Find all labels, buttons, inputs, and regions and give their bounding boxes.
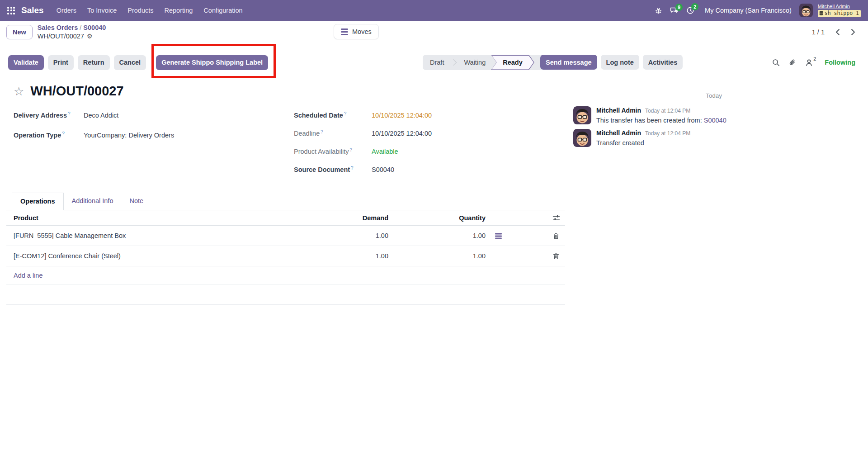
message-timestamp: Today at 12:04 PM xyxy=(645,130,690,137)
message-author[interactable]: Mitchell Admin xyxy=(596,107,641,114)
product-cell[interactable]: [E-COM12] Conference Chair (Steel) xyxy=(14,252,302,260)
quantity-cell[interactable]: 1.00 xyxy=(388,252,486,260)
top-navbar: Sales Orders To Invoice Products Reporti… xyxy=(0,0,868,21)
help-marker: ? xyxy=(344,111,347,116)
favorite-star-icon[interactable]: ☆ xyxy=(14,85,24,97)
help-marker: ? xyxy=(351,166,354,171)
delivery-address-value[interactable]: Deco Addict xyxy=(84,110,118,121)
print-button[interactable]: Print xyxy=(48,55,74,70)
followers-count: 2 xyxy=(813,56,816,62)
status-waiting[interactable]: Waiting xyxy=(457,55,493,70)
action-buttons-row: Validate Print Return Cancel Generate Sh… xyxy=(0,52,868,72)
status-ready-active[interactable]: Ready xyxy=(491,55,534,70)
demand-cell[interactable]: 1.00 xyxy=(302,252,388,260)
pager-previous-icon[interactable] xyxy=(835,28,840,36)
add-a-line-link[interactable]: Add a line xyxy=(14,272,43,279)
empty-table-row xyxy=(6,284,565,305)
message-timestamp: Today at 12:04 PM xyxy=(645,108,690,114)
chatter-panel: Today Mitchell Admin xyxy=(565,72,868,325)
breadcrumb-sales-orders[interactable]: Sales Orders xyxy=(38,24,78,31)
record-title: WH/OUT/00027 xyxy=(30,84,123,99)
gear-icon[interactable]: ⚙ xyxy=(87,33,93,40)
database-badge: sh_shippo_1 xyxy=(818,10,861,17)
message-avatar[interactable] xyxy=(573,106,591,124)
table-row[interactable]: [E-COM12] Conference Chair (Steel) 1.00 … xyxy=(6,246,565,266)
new-button[interactable]: New xyxy=(6,25,33,39)
scheduled-date-label: Scheduled Date? xyxy=(294,110,372,121)
delivery-address-label: Delivery Address? xyxy=(14,110,84,121)
user-name[interactable]: Mitchell Admin xyxy=(818,3,861,9)
tab-note[interactable]: Note xyxy=(121,193,151,210)
help-marker: ? xyxy=(349,147,352,152)
log-note-button[interactable]: Log note xyxy=(601,55,639,70)
date-divider: Today xyxy=(573,92,854,99)
table-header-row: Product Demand Quantity xyxy=(6,210,565,226)
source-document-value[interactable]: S00040 xyxy=(372,165,394,175)
deadline-label: Deadline? xyxy=(294,128,372,139)
message-body: This transfer has been created from: S00… xyxy=(596,116,726,125)
menu-configuration[interactable]: Configuration xyxy=(203,5,243,16)
validate-button[interactable]: Validate xyxy=(8,55,44,70)
pager-count: 1 / 1 xyxy=(812,28,825,36)
moves-list-icon xyxy=(341,28,348,35)
column-quantity[interactable]: Quantity xyxy=(388,214,486,222)
generate-shippo-shipping-label-button[interactable]: Generate Shippo Shipping Label xyxy=(156,55,268,70)
app-name[interactable]: Sales xyxy=(21,5,44,15)
source-document-label: Source Document? xyxy=(294,165,372,175)
optional-columns-icon[interactable] xyxy=(552,213,561,222)
return-button[interactable]: Return xyxy=(78,55,110,70)
breadcrumb-current-record: WH/OUT/00027 xyxy=(38,33,84,40)
cancel-button[interactable]: Cancel xyxy=(114,55,146,70)
quantity-cell[interactable]: 1.00 xyxy=(388,232,486,239)
attachment-paperclip-icon[interactable] xyxy=(789,59,796,66)
control-panel: New Sales Orders/S00040 WH/OUT/00027 ⚙ M… xyxy=(0,21,868,43)
operations-table: Product Demand Quantity [FURN_55 xyxy=(6,210,565,325)
activities-button[interactable]: Activities xyxy=(643,55,683,70)
debug-bug-icon[interactable] xyxy=(655,7,662,14)
search-message-icon[interactable] xyxy=(772,59,780,66)
messages-icon[interactable]: 9 xyxy=(670,7,679,14)
activities-clock-icon[interactable]: 2 xyxy=(686,6,694,14)
message-author[interactable]: Mitchell Admin xyxy=(596,129,641,137)
apps-menu-icon[interactable] xyxy=(7,7,15,14)
demand-cell[interactable]: 1.00 xyxy=(302,232,388,239)
delete-row-trash-icon[interactable] xyxy=(552,252,560,261)
product-availability-label: Product Availability? xyxy=(294,147,372,157)
pager-next-icon[interactable] xyxy=(851,28,855,36)
breadcrumb-s00040[interactable]: S00040 xyxy=(83,24,106,31)
column-demand[interactable]: Demand xyxy=(302,214,388,222)
help-marker: ? xyxy=(68,111,71,116)
main-menu: Orders To Invoice Products Reporting Con… xyxy=(56,5,244,16)
tab-additional-info[interactable]: Additional Info xyxy=(64,193,122,210)
column-product[interactable]: Product xyxy=(14,214,302,222)
delete-row-trash-icon[interactable] xyxy=(552,232,560,240)
chatter-message: Mitchell Admin Today at 12:04 PM This tr… xyxy=(573,106,854,125)
table-row[interactable]: [FURN_5555] Cable Management Box 1.00 1.… xyxy=(6,226,565,246)
product-availability-value: Available xyxy=(372,147,398,157)
scheduled-date-value[interactable]: 10/10/2025 12:04:00 xyxy=(372,110,432,121)
menu-to-invoice[interactable]: To Invoice xyxy=(86,5,118,16)
operation-type-value[interactable]: YourCompany: Delivery Orders xyxy=(84,130,174,141)
message-record-link[interactable]: S00040 xyxy=(704,117,726,124)
following-button[interactable]: Following xyxy=(825,59,855,66)
moves-button[interactable]: Moves xyxy=(334,24,379,39)
pager: 1 / 1 xyxy=(812,21,855,43)
detailed-operations-icon[interactable] xyxy=(494,232,503,240)
user-avatar[interactable] xyxy=(799,4,813,17)
message-body: Transfer created xyxy=(596,139,690,148)
database-icon xyxy=(819,11,823,16)
send-message-button[interactable]: Send message xyxy=(540,55,597,70)
menu-reporting[interactable]: Reporting xyxy=(164,5,194,16)
status-draft[interactable]: Draft xyxy=(423,55,451,70)
tab-operations[interactable]: Operations xyxy=(12,193,64,210)
notebook-tabs: Operations Additional Info Note xyxy=(6,193,565,210)
form-sheet: ☆ WH/OUT/00027 Delivery Address? Deco Ad… xyxy=(6,72,565,325)
menu-orders[interactable]: Orders xyxy=(56,5,77,16)
followers-icon[interactable]: 2 xyxy=(805,59,816,66)
chatter-message: Mitchell Admin Today at 12:04 PM Transfe… xyxy=(573,129,854,147)
message-avatar[interactable] xyxy=(573,129,591,147)
company-switcher[interactable]: My Company (San Francisco) xyxy=(705,7,792,14)
menu-products[interactable]: Products xyxy=(127,5,154,16)
product-cell[interactable]: [FURN_5555] Cable Management Box xyxy=(14,232,302,239)
breadcrumb: Sales Orders/S00040 xyxy=(38,24,106,32)
